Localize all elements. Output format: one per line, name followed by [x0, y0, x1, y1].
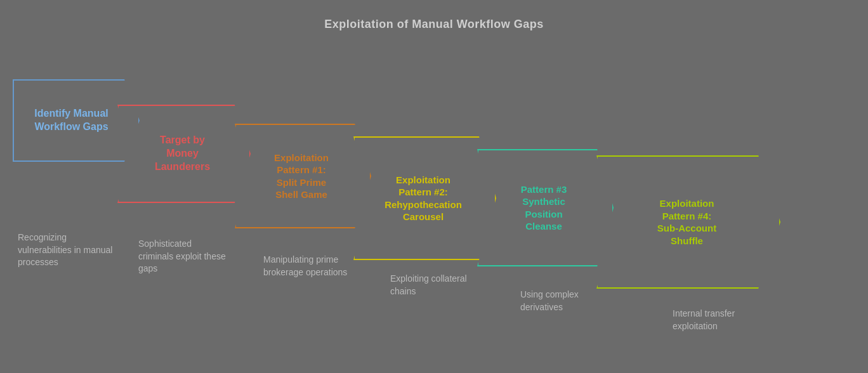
step2-label: Target by Money Launderers [155, 134, 210, 173]
desc5: Using complex derivatives [520, 289, 615, 313]
page-title: Exploitation of Manual Workflow Gaps [0, 0, 868, 31]
step5-arrow: Pattern #3 Synthetic Position Cleanse [477, 149, 614, 266]
desc4: Exploiting collateral chains [390, 273, 473, 298]
desc1: Recognizing vulnerabilities in manual pr… [18, 232, 113, 269]
step3-arrow: Exploitation Pattern #1: Split Prime She… [235, 124, 371, 228]
step4-arrow: Exploitation Pattern #2: Rehypothecation… [353, 136, 496, 260]
step1-arrow: Identify Manual Workflow Gaps [13, 79, 140, 162]
desc2: Sophisticated criminals exploit these ga… [138, 238, 227, 275]
diagram-area: Identify Manual Workflow Gaps Target by … [0, 44, 868, 373]
step6-label: Exploitation Pattern #4: Sub-Account Shu… [657, 197, 716, 247]
step4-label: Exploitation Pattern #2: Rehypothecation… [385, 174, 462, 223]
step6-arrow: Exploitation Pattern #4: Sub-Account Shu… [596, 155, 780, 289]
step1-label: Identify Manual Workflow Gaps [34, 107, 108, 134]
desc3: Manipulating prime brokerage operations [263, 254, 355, 278]
step5-label: Pattern #3 Synthetic Position Cleanse [521, 183, 567, 233]
step3-label: Exploitation Pattern #1: Split Prime She… [274, 152, 329, 201]
step2-arrow: Target by Money Launderers [117, 105, 251, 203]
desc6: Internal transfer exploitation [673, 308, 761, 332]
